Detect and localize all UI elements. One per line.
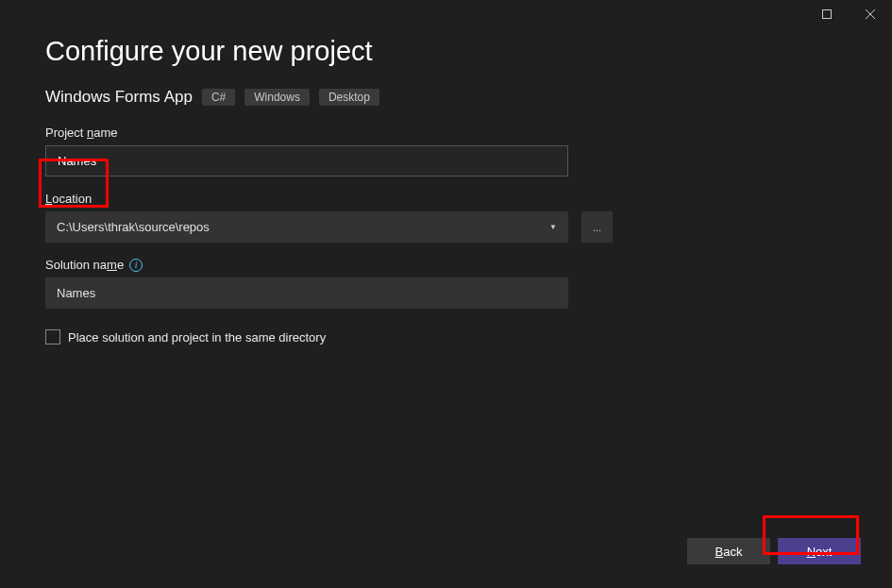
svg-rect-0: [823, 10, 832, 19]
place-solution-row: Place solution and project in the same d…: [45, 329, 847, 344]
close-button[interactable]: [849, 0, 892, 28]
solution-name-label: Solution name: [45, 258, 124, 272]
project-name-label: Project name: [45, 126, 847, 140]
place-solution-label: Place solution and project in the same d…: [68, 330, 326, 344]
window-titlebar: [805, 0, 892, 28]
location-row: C:\Users\thrak\source\repos ▼ ...: [45, 211, 847, 243]
chevron-down-icon: ▼: [549, 223, 557, 231]
template-info-row: Windows Forms App C# Windows Desktop: [45, 88, 847, 107]
solution-name-label-row: Solution name i: [45, 258, 847, 272]
location-value: C:\Users\thrak\source\repos: [57, 220, 210, 234]
browse-button[interactable]: ...: [581, 211, 613, 243]
tag-platform: Windows: [244, 89, 310, 106]
place-solution-checkbox[interactable]: [45, 329, 60, 344]
template-name: Windows Forms App: [45, 88, 193, 107]
next-button[interactable]: Next: [778, 538, 861, 564]
main-content: Configure your new project Windows Forms…: [0, 0, 892, 344]
location-dropdown[interactable]: C:\Users\thrak\source\repos ▼: [45, 211, 568, 243]
solution-name-input[interactable]: [45, 277, 568, 309]
maximize-button[interactable]: [805, 0, 849, 28]
footer-buttons: Back Next: [687, 538, 861, 564]
tag-projecttype: Desktop: [319, 89, 379, 106]
back-button[interactable]: Back: [687, 538, 770, 564]
page-title: Configure your new project: [45, 36, 847, 67]
info-icon[interactable]: i: [129, 259, 143, 272]
project-name-input[interactable]: [45, 145, 568, 176]
location-label: Location: [45, 192, 847, 206]
tag-language: C#: [202, 89, 235, 106]
